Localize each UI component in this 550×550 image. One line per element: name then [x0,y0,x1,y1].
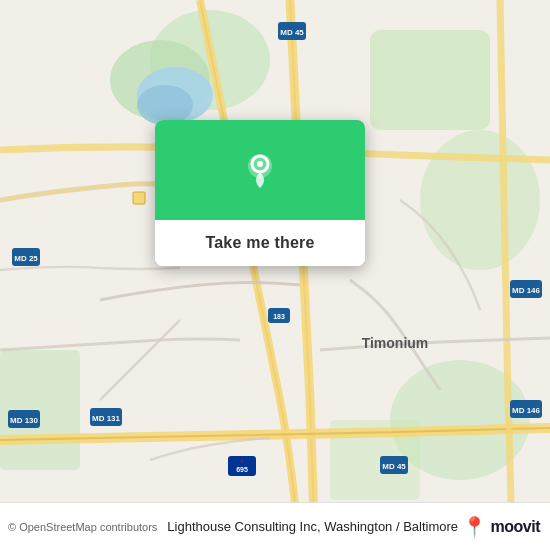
bottom-right-section: 📍 moovit [462,515,540,539]
moovit-pin-icon: 📍 [462,515,487,539]
svg-rect-3 [370,30,490,130]
svg-point-9 [137,85,193,125]
copyright-icon: © [8,521,16,533]
svg-text:MD 146: MD 146 [512,286,541,295]
copyright-text: OpenStreetMap contributors [19,521,157,533]
popup-header [155,120,365,220]
svg-text:695: 695 [236,466,248,473]
svg-point-33 [257,161,263,167]
bottom-left-section: © OpenStreetMap contributors Lighthouse … [8,519,458,534]
svg-text:MD 131: MD 131 [92,414,121,423]
location-title: Lighthouse Consulting Inc, Washington / … [167,519,458,534]
svg-text:MD 146: MD 146 [512,406,541,415]
map-container: MD 45 MD 25 MD 130 MD 131 I 695 MD 45 MD… [0,0,550,550]
svg-point-4 [420,130,540,270]
moovit-brand-text: moovit [491,518,540,536]
copyright-section: © OpenStreetMap contributors [8,521,157,533]
location-pin-icon [240,150,280,190]
moovit-logo: 📍 moovit [462,515,540,539]
bottom-bar: © OpenStreetMap contributors Lighthouse … [0,502,550,550]
svg-text:MD 45: MD 45 [382,462,406,471]
svg-text:MD 130: MD 130 [10,416,39,425]
svg-text:183: 183 [273,313,285,320]
svg-text:MD 45: MD 45 [280,28,304,37]
take-me-there-button[interactable]: Take me there [155,220,365,266]
popup-card: Take me there [155,120,365,266]
svg-text:Timonium: Timonium [362,335,429,351]
svg-text:MD 25: MD 25 [14,254,38,263]
map-background: MD 45 MD 25 MD 130 MD 131 I 695 MD 45 MD… [0,0,550,550]
svg-rect-30 [133,192,145,204]
